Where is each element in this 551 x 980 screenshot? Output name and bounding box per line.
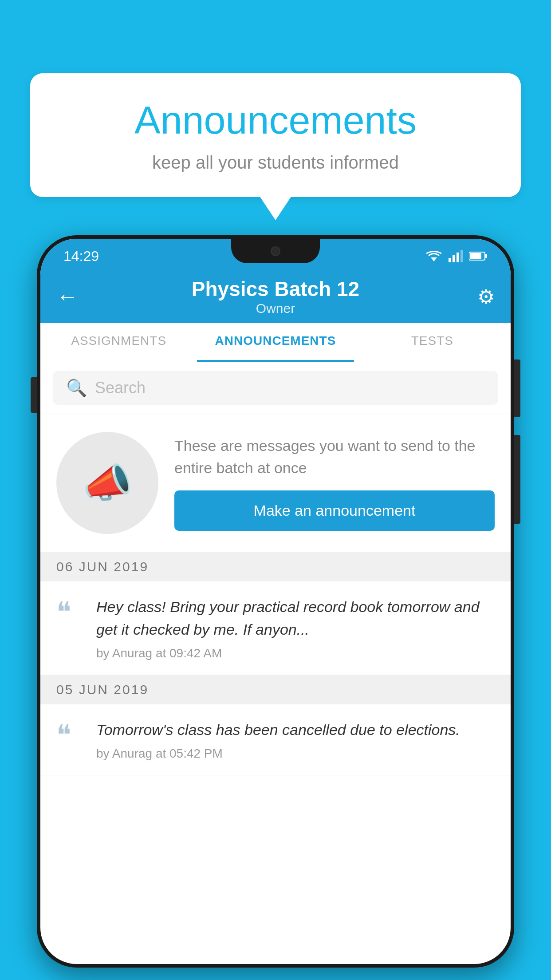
speech-bubble-subtitle: keep all your students informed [57,153,494,173]
announcement-text-2: Tomorrow's class has been cancelled due … [96,719,495,741]
phone-notch [231,239,320,263]
settings-button[interactable]: ⚙ [464,285,495,308]
svg-rect-7 [470,253,481,259]
phone-screen: 14:29 [40,239,511,964]
app-bar: ← Physics Batch 12 Owner ⚙ [40,270,511,323]
battery-icon [469,251,488,261]
svg-rect-1 [449,258,451,262]
signal-icon [449,250,463,262]
promo-icon-circle: 📣 [56,432,158,534]
search-icon: 🔍 [66,378,87,398]
svg-marker-0 [431,257,437,261]
tab-assignments[interactable]: ASSIGNMENTS [40,323,197,362]
speech-bubble-title: Announcements [57,98,494,143]
front-camera [271,246,280,256]
app-bar-title: Physics Batch 12 [192,277,359,301]
speech-bubble: Announcements keep all your students inf… [30,73,521,197]
quote-icon-2: ❝ [56,721,83,749]
app-bar-title-section: Physics Batch 12 Owner [87,277,464,316]
power-button [514,360,520,417]
promo-content: These are messages you want to send to t… [174,435,495,531]
wifi-icon [425,250,442,262]
announcement-content-1: Hey class! Bring your practical record b… [96,596,495,660]
status-time: 14:29 [63,248,99,265]
tabs-bar: ASSIGNMENTS ANNOUNCEMENTS TESTS [40,323,511,362]
promo-description: These are messages you want to send to t… [174,435,495,479]
svg-rect-3 [457,253,459,262]
promo-section: 📣 These are messages you want to send to… [40,414,511,552]
announcement-item-1[interactable]: ❝ Hey class! Bring your practical record… [40,581,511,675]
tab-tests[interactable]: TESTS [354,323,511,362]
announcement-content-2: Tomorrow's class has been cancelled due … [96,719,495,761]
announcement-meta-1: by Anurag at 09:42 AM [96,646,495,660]
search-container: 🔍 Search [40,362,511,414]
status-icons [425,250,488,262]
svg-rect-6 [485,254,487,258]
svg-rect-2 [453,255,455,262]
date-divider-2: 05 JUN 2019 [40,675,511,704]
search-box[interactable]: 🔍 Search [53,371,498,405]
tab-announcements[interactable]: ANNOUNCEMENTS [197,323,354,362]
announcement-item-2[interactable]: ❝ Tomorrow's class has been cancelled du… [40,704,511,775]
date-divider-1: 06 JUN 2019 [40,552,511,581]
announcement-meta-2: by Anurag at 05:42 PM [96,747,495,761]
back-button[interactable]: ← [56,284,87,309]
volume-down-button [514,435,520,524]
announcement-text-1: Hey class! Bring your practical record b… [96,596,495,641]
phone-frame: 14:29 [37,235,514,968]
volume-button [31,377,37,413]
speech-bubble-container: Announcements keep all your students inf… [30,73,521,197]
megaphone-icon: 📣 [83,460,132,506]
app-bar-subtitle: Owner [256,301,295,316]
phone-container: 14:29 [37,235,514,980]
svg-rect-4 [460,250,463,262]
search-placeholder: Search [95,379,146,397]
make-announcement-button[interactable]: Make an announcement [174,490,495,531]
quote-icon-1: ❝ [56,598,83,626]
